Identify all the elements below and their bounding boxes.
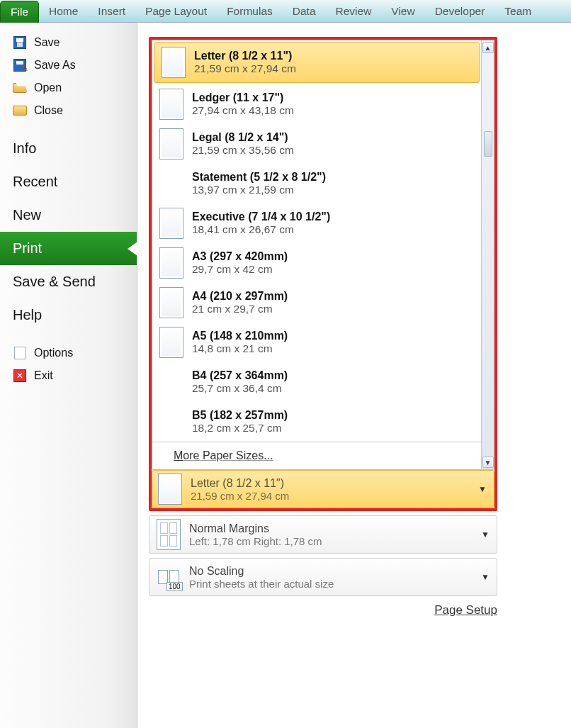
- paper-icon: [159, 128, 183, 159]
- more-paper-sizes[interactable]: More Paper Sizes...: [152, 442, 481, 469]
- paper-size-option[interactable]: Legal (8 1/2 x 14")21,59 cm x 35,56 cm: [152, 124, 481, 164]
- paper-size-option-title: Ledger (11 x 17"): [192, 91, 294, 104]
- paper-size-option-title: B5 (182 x 257mm): [192, 409, 288, 422]
- paper-size-title: Letter (8 1/2 x 11"): [191, 477, 289, 490]
- margins-sub: Left: 1,78 cm Right: 1,78 cm: [189, 535, 322, 547]
- sidebar-item-label: Save As: [34, 59, 76, 72]
- paper-icon: [159, 327, 183, 358]
- save-icon: [13, 35, 27, 50]
- paper-size-option-sub: 21 cm x 29,7 cm: [192, 303, 288, 315]
- scroll-up-button[interactable]: ▲: [482, 42, 494, 53]
- ribbon-tab-review[interactable]: Review: [326, 1, 382, 22]
- paper-size-option-title: Legal (8 1/2 x 14"): [192, 131, 294, 144]
- sidebar-item-exit[interactable]: ✕Exit: [0, 364, 137, 387]
- paper-size-sub: 21,59 cm x 27,94 cm: [191, 490, 289, 502]
- sidebar-item-label: Exit: [34, 369, 53, 382]
- chevron-down-icon: ▼: [481, 572, 490, 582]
- paper-size-option[interactable]: Letter (8 1/2 x 11")21,59 cm x 27,94 cm: [154, 42, 480, 83]
- paper-size-option-title: A4 (210 x 297mm): [192, 290, 288, 303]
- scaling-badge: 100: [166, 582, 183, 591]
- paper-size-option-sub: 18,41 cm x 26,67 cm: [192, 223, 330, 236]
- sidebar-item-new[interactable]: New: [0, 198, 137, 232]
- paper-size-option-sub: 14,8 cm x 21 cm: [192, 342, 288, 355]
- sidebar-item-options[interactable]: Options: [0, 342, 137, 364]
- paper-icon: [159, 168, 183, 199]
- paper-size-option-sub: 25,7 cm x 36,4 cm: [192, 382, 288, 395]
- paper-size-option-sub: 18,2 cm x 25,7 cm: [192, 422, 288, 435]
- ribbon-tab-home[interactable]: Home: [39, 1, 88, 22]
- save-as-icon: [13, 58, 27, 72]
- paper-size-option-sub: 21,59 cm x 35,56 cm: [192, 144, 294, 157]
- sidebar-item-label: Open: [34, 82, 62, 94]
- paper-icon: [159, 366, 183, 398]
- scroll-down-button[interactable]: ▼: [482, 457, 494, 468]
- chevron-down-icon: ▼: [478, 484, 487, 494]
- paper-icon: [159, 287, 183, 318]
- paper-size-option[interactable]: A3 (297 x 420mm)29,7 cm x 42 cm: [152, 243, 481, 283]
- ribbon-tab-file[interactable]: File: [0, 1, 39, 23]
- folder-open-icon: [13, 81, 27, 95]
- sidebar-item-print[interactable]: Print: [0, 232, 137, 265]
- paper-size-option-title: B4 (257 x 364mm): [192, 369, 288, 382]
- scaling-title: No Scaling: [189, 565, 334, 578]
- sidebar-item-help[interactable]: Help: [0, 298, 137, 332]
- ribbon-tab-developer[interactable]: Developer: [425, 1, 495, 22]
- page-setup-link[interactable]: Page Setup: [149, 596, 497, 617]
- sidebar-item-save-send[interactable]: Save & Send: [0, 265, 137, 298]
- paper-size-option[interactable]: Statement (5 1/2 x 8 1/2")13,97 cm x 21,…: [152, 164, 481, 203]
- paper-size-option-title: Executive (7 1/4 x 10 1/2"): [192, 211, 330, 223]
- sidebar-item-close[interactable]: Close: [0, 99, 137, 122]
- ribbon-tab-data[interactable]: Data: [283, 1, 326, 22]
- scroll-thumb[interactable]: [484, 131, 492, 157]
- ribbon-tab-page-layout[interactable]: Page Layout: [135, 1, 217, 22]
- ribbon: FileHomeInsertPage LayoutFormulasDataRev…: [0, 0, 571, 23]
- sidebar-item-save[interactable]: Save: [0, 31, 137, 54]
- ribbon-tab-formulas[interactable]: Formulas: [217, 1, 283, 22]
- sidebar-item-label: Options: [34, 347, 73, 359]
- paper-size-list: Letter (8 1/2 x 11")21,59 cm x 27,94 cmL…: [152, 40, 481, 469]
- paper-size-option-title: A3 (297 x 420mm): [192, 250, 288, 263]
- paper-size-option-sub: 13,97 cm x 21,59 cm: [192, 184, 326, 196]
- margins-title: Normal Margins: [189, 522, 322, 535]
- paper-size-option-title: Letter (8 1/2 x 11"): [194, 50, 296, 62]
- ribbon-tab-team[interactable]: Team: [494, 1, 541, 22]
- paper-size-option[interactable]: B4 (257 x 364mm)25,7 cm x 36,4 cm: [152, 362, 481, 402]
- document-icon: [13, 346, 27, 360]
- margins-icon: [155, 519, 182, 550]
- sidebar-item-save-as[interactable]: Save As: [0, 54, 137, 77]
- backstage-sidebar: SaveSave AsOpenCloseInfoRecentNewPrintSa…: [0, 23, 137, 728]
- ribbon-tab-insert[interactable]: Insert: [88, 1, 135, 22]
- sidebar-item-info[interactable]: Info: [0, 132, 137, 165]
- paper-size-option-sub: 27,94 cm x 43,18 cm: [192, 104, 294, 117]
- paper-size-option[interactable]: A4 (210 x 297mm)21 cm x 29,7 cm: [152, 283, 481, 323]
- paper-icon: [159, 208, 183, 239]
- paper-icon: [159, 89, 183, 120]
- paper-icon: [159, 247, 183, 279]
- paper-icon: [159, 406, 183, 437]
- paper-size-option-title: A5 (148 x 210mm): [192, 330, 288, 342]
- paper-icon: [162, 47, 186, 78]
- paper-size-option[interactable]: Executive (7 1/4 x 10 1/2")18,41 cm x 26…: [152, 203, 481, 243]
- paper-size-option[interactable]: A5 (148 x 210mm)14,8 cm x 21 cm: [152, 323, 481, 362]
- scaling-dropdown[interactable]: No Scaling Print sheets at their actual …: [149, 558, 497, 596]
- highlight-box: Letter (8 1/2 x 11")21,59 cm x 27,94 cmL…: [149, 37, 497, 511]
- chevron-down-icon: ▼: [481, 530, 490, 539]
- paper-size-option[interactable]: Ledger (11 x 17")27,94 cm x 43,18 cm: [152, 84, 481, 124]
- paper-size-option-sub: 21,59 cm x 27,94 cm: [194, 62, 296, 75]
- exit-icon: ✕: [13, 369, 27, 383]
- sidebar-item-open[interactable]: Open: [0, 77, 137, 99]
- scrollbar[interactable]: ▲ ▼: [481, 40, 494, 469]
- sidebar-item-label: Save: [34, 36, 60, 49]
- paper-size-option-title: Statement (5 1/2 x 8 1/2"): [192, 171, 326, 184]
- app-body: SaveSave AsOpenCloseInfoRecentNewPrintSa…: [0, 23, 571, 728]
- backstage-main: Letter (8 1/2 x 11")21,59 cm x 27,94 cmL…: [137, 23, 571, 728]
- paper-size-dropdown[interactable]: Letter (8 1/2 x 11") 21,59 cm x 27,94 cm…: [152, 470, 494, 508]
- paper-size-dropdown-popup: Letter (8 1/2 x 11")21,59 cm x 27,94 cmL…: [152, 40, 494, 470]
- margins-dropdown[interactable]: Normal Margins Left: 1,78 cm Right: 1,78…: [149, 515, 497, 554]
- folder-icon: [13, 103, 27, 118]
- sidebar-item-recent[interactable]: Recent: [0, 165, 137, 198]
- ribbon-tab-view[interactable]: View: [381, 1, 424, 22]
- paper-icon: [158, 474, 182, 505]
- paper-size-option[interactable]: B5 (182 x 257mm)18,2 cm x 25,7 cm: [152, 402, 481, 442]
- sidebar-item-label: Close: [34, 104, 63, 117]
